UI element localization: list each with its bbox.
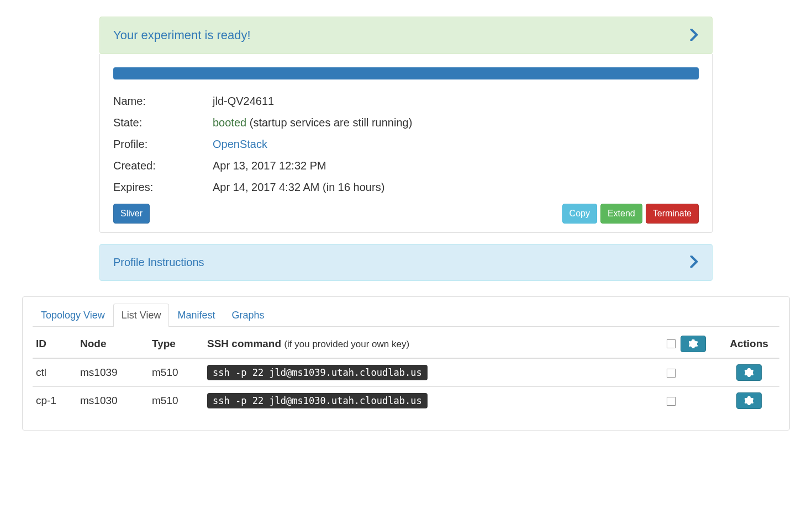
value-created: Apr 13, 2017 12:32 PM — [213, 155, 699, 177]
bulk-actions-button[interactable] — [681, 336, 706, 352]
cell-type: m510 — [149, 387, 204, 415]
row-checkbox[interactable] — [667, 397, 676, 406]
experiment-ready-panel[interactable]: Your experiment is ready! — [99, 17, 713, 54]
cell-type: m510 — [149, 358, 204, 387]
tab-topology-view[interactable]: Topology View — [33, 304, 113, 327]
node-list-panel: Topology View List View Manifest Graphs … — [22, 296, 790, 431]
label-profile: Profile: — [113, 134, 213, 155]
col-ssh-note: (if you provided your own key) — [284, 339, 409, 349]
label-expires: Expires: — [113, 177, 213, 198]
cell-id: ctl — [33, 358, 77, 387]
tab-graphs[interactable]: Graphs — [223, 304, 272, 327]
progress-bar — [113, 67, 699, 79]
gear-icon — [689, 339, 698, 348]
extend-button[interactable]: Extend — [600, 204, 642, 224]
state-note: (startup services are still running) — [250, 116, 413, 129]
row-checkbox[interactable] — [667, 369, 676, 378]
gear-icon — [745, 396, 753, 405]
chevron-right-icon — [690, 29, 699, 42]
copy-button[interactable]: Copy — [562, 204, 597, 224]
value-state: booted (startup services are still runni… — [213, 112, 699, 134]
value-expires: Apr 14, 2017 4:32 AM (in 16 hours) — [213, 177, 699, 198]
terminate-button[interactable]: Terminate — [646, 204, 699, 224]
table-row: cp-1ms1030m510ssh -p 22 jld@ms1030.utah.… — [33, 387, 779, 415]
label-created: Created: — [113, 155, 213, 177]
row-actions-button[interactable] — [736, 392, 762, 409]
cell-ssh: ssh -p 22 jld@ms1039.utah.cloudlab.us — [204, 358, 663, 387]
cell-select — [663, 358, 719, 387]
col-type: Type — [149, 330, 204, 358]
row-actions-button[interactable] — [736, 364, 762, 381]
view-tabs: Topology View List View Manifest Graphs — [33, 304, 779, 327]
col-node: Node — [77, 330, 149, 358]
cell-select — [663, 387, 719, 415]
sliver-button[interactable]: Sliver — [113, 204, 150, 224]
col-select-all — [663, 330, 719, 358]
cell-node: ms1039 — [77, 358, 149, 387]
experiment-ready-title: Your experiment is ready! — [113, 28, 251, 42]
cell-node: ms1030 — [77, 387, 149, 415]
profile-instructions-title: Profile Instructions — [113, 256, 204, 269]
details-table: Name: jld-QV24611 State: booted (startup… — [113, 91, 699, 198]
col-actions: Actions — [719, 330, 779, 358]
col-ssh: SSH command (if you provided your own ke… — [204, 330, 663, 358]
profile-instructions-panel[interactable]: Profile Instructions — [99, 244, 713, 281]
experiment-details-panel: Name: jld-QV24611 State: booted (startup… — [99, 54, 713, 233]
label-name: Name: — [113, 91, 213, 112]
state-status: booted — [213, 116, 246, 129]
nodes-table: ID Node Type SSH command (if you provide… — [33, 330, 779, 415]
tab-manifest[interactable]: Manifest — [169, 304, 223, 327]
profile-link[interactable]: OpenStack — [213, 138, 267, 150]
cell-id: cp-1 — [33, 387, 77, 415]
label-state: State: — [113, 112, 213, 134]
tab-list-view[interactable]: List View — [113, 304, 170, 327]
col-id: ID — [33, 330, 77, 358]
gear-icon — [745, 368, 753, 377]
select-all-checkbox[interactable] — [667, 339, 676, 348]
col-ssh-label: SSH command — [207, 338, 281, 349]
ssh-command[interactable]: ssh -p 22 jld@ms1039.utah.cloudlab.us — [207, 365, 428, 380]
table-row: ctlms1039m510ssh -p 22 jld@ms1039.utah.c… — [33, 358, 779, 387]
cell-actions — [719, 387, 779, 415]
chevron-right-icon — [690, 256, 699, 269]
ssh-command[interactable]: ssh -p 22 jld@ms1030.utah.cloudlab.us — [207, 393, 428, 408]
cell-actions — [719, 358, 779, 387]
value-name: jld-QV24611 — [213, 91, 699, 112]
cell-ssh: ssh -p 22 jld@ms1030.utah.cloudlab.us — [204, 387, 663, 415]
